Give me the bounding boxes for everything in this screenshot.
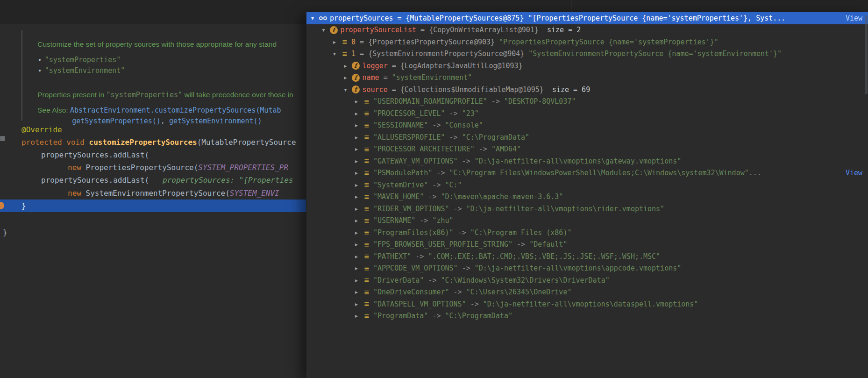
variable-row[interactable]: ▸≡"OneDriveConsumer" -> "C:\Users\26345\… [306, 286, 868, 299]
chevron-right-icon[interactable]: ▸ [353, 253, 360, 260]
variable-row[interactable]: ▾propertySources = {MutablePropertySourc… [306, 12, 868, 24]
variable-row[interactable]: ▸≡"USERDOMAIN_ROAMINGPROFILE" -> "DESKTO… [306, 96, 868, 108]
chevron-right-icon[interactable]: ▸ [353, 98, 360, 105]
array-element-icon: ≡ [341, 38, 349, 46]
chevron-right-icon[interactable]: ▸ [342, 63, 349, 69]
variable-text: "GATEWAY_VM_OPTIONS" -> "D:\ja-netfilter… [373, 157, 868, 165]
variable-text: "USERDOMAIN_ROAMINGPROFILE" -> "DESKTOP-… [373, 97, 868, 106]
variable-text: "PATHEXT" -> ".COM;.EXE;.BAT;.CMD;.VBS;.… [373, 252, 868, 261]
variable-row[interactable]: ▸≡"PSModulePath" -> "C:\Program Files\Wi… [306, 167, 868, 179]
array-element-icon: ≡ [363, 288, 370, 296]
javadoc-text: , [161, 117, 169, 125]
chevron-right-icon[interactable]: ▸ [353, 158, 360, 164]
variable-text: "DATASPELL_VM_OPTIONS" -> "D:\ja-netfilt… [373, 300, 868, 308]
variable-text: 1 = {SystemEnvironmentPropertySource@904… [351, 50, 868, 58]
variable-row[interactable]: ▸≡"ALLUSERSPROFILE" -> "C:\ProgramData" [306, 131, 868, 143]
variable-text: "SystemDrive" -> "C:" [373, 181, 868, 189]
chevron-right-icon[interactable]: ▸ [353, 229, 360, 236]
array-element-icon: ≡ [363, 217, 370, 225]
variable-text: "ProgramFiles(x86)" -> "C:\Program Files… [373, 228, 868, 237]
chevron-right-icon[interactable]: ▸ [353, 134, 360, 141]
chevron-right-icon[interactable]: ▸ [353, 313, 360, 319]
watches-icon [319, 16, 327, 20]
variable-text: 0 = {PropertiesPropertySource@903} "Prop… [351, 38, 868, 46]
variable-row[interactable]: ▸≡"PROCESSOR_ARCHITECTURE" -> "AMD64" [306, 143, 868, 156]
chevron-right-icon[interactable]: ▸ [353, 277, 360, 284]
chevron-right-icon[interactable]: ▸ [353, 241, 360, 248]
variable-row[interactable]: ▸≡"FPS_BROWSER_USER_PROFILE_STRING" -> "… [306, 239, 868, 251]
variable-row[interactable]: ▸≡"RIDER_VM_OPTIONS" -> "D:\ja-netfilter… [306, 203, 868, 215]
chevron-right-icon[interactable]: ▸ [331, 39, 338, 45]
javadoc-link[interactable]: getSystemEnvironment() [169, 117, 262, 125]
variable-text: propertySourceList = {CopyOnWriteArrayLi… [341, 26, 868, 34]
field-icon: f [330, 26, 338, 34]
chevron-down-icon[interactable]: ▾ [342, 86, 349, 93]
chevron-right-icon[interactable]: ▸ [353, 182, 360, 188]
variable-row[interactable]: ▾fpropertySourceList = {CopyOnWriteArray… [306, 24, 868, 36]
chevron-right-icon[interactable]: ▸ [353, 170, 360, 176]
variable-text: "PROCESSOR_ARCHITECTURE" -> "AMD64" [373, 145, 868, 153]
array-element-icon: ≡ [363, 300, 370, 308]
gutter-icon[interactable] [0, 136, 5, 141]
code-line: propertySources.addLast( [41, 150, 149, 159]
view-link[interactable]: View [846, 14, 862, 22]
array-element-icon: ≡ [363, 121, 370, 129]
code-line: propertySources.addLast( propertySources… [41, 176, 293, 185]
variable-row[interactable]: ▸≡"DATASPELL_VM_OPTIONS" -> "D:\ja-netfi… [306, 298, 868, 310]
variable-row[interactable]: ▾≡1 = {SystemEnvironmentPropertySource@9… [306, 48, 868, 60]
variable-text: source = {Collections$UnmodifiableMap@10… [363, 86, 868, 94]
javadoc-link[interactable]: getSystemProperties() [72, 117, 161, 125]
variable-row[interactable]: ▸≡"SESSIONNAME" -> "Console" [306, 120, 868, 132]
field-icon: f [352, 74, 360, 82]
chevron-right-icon[interactable]: ▸ [353, 265, 360, 271]
array-element-icon: ≡ [363, 312, 370, 320]
code-line: protected void customizePropertySources(… [21, 138, 296, 147]
array-element-icon: ≡ [363, 276, 370, 284]
view-link[interactable]: View [846, 169, 862, 177]
variable-text: "DriverData" -> "C:\Windows\System32\Dri… [373, 276, 868, 285]
popup-scrollbar[interactable] [865, 15, 868, 94]
variable-text: "RIDER_VM_OPTIONS" -> "D:\ja-netfilter-a… [373, 205, 868, 213]
chevron-right-icon[interactable]: ▸ [353, 122, 360, 128]
variable-row[interactable]: ▸≡"ProgramData" -> "C:\ProgramData" [306, 310, 868, 322]
chevron-right-icon[interactable]: ▸ [342, 74, 349, 81]
code-line: } [3, 228, 7, 237]
variable-row[interactable]: ▸≡"MAVEN_HOME" -> "D:\maven\apache-maven… [306, 191, 868, 203]
code-line: new PropertiesPropertySource(SYSTEM_PROP… [68, 163, 288, 172]
chevron-down-icon[interactable]: ▾ [331, 50, 338, 57]
variable-row[interactable]: ▸≡0 = {PropertiesPropertySource@903} "Pr… [306, 36, 868, 48]
variable-row[interactable]: ▸≡"SystemDrive" -> "C:" [306, 179, 868, 191]
array-element-icon: ≡ [363, 98, 370, 106]
debugger-popup: ▾propertySources = {MutablePropertySourc… [306, 12, 868, 378]
variable-row[interactable]: ▸≡"APPCODE_VM_OPTIONS" -> "D:\ja-netfilt… [306, 263, 868, 275]
variable-text: "SESSIONNAME" -> "Console" [373, 121, 868, 129]
array-element-icon: ≡ [341, 50, 349, 58]
variable-row[interactable]: ▾fsource = {Collections$UnmodifiableMap@… [306, 84, 868, 96]
variable-row[interactable]: ▸≡"ProgramFiles(x86)" -> "C:\Program Fil… [306, 227, 868, 239]
variable-row[interactable]: ▸≡"USERNAME" -> "zhu" [306, 215, 868, 227]
array-element-icon: ≡ [363, 109, 370, 117]
array-element-icon: ≡ [363, 157, 370, 165]
chevron-right-icon[interactable]: ▸ [353, 289, 360, 295]
variable-row[interactable]: ▸fname = "systemEnvironment" [306, 72, 868, 84]
variable-row[interactable]: ▸≡"PATHEXT" -> ".COM;.EXE;.BAT;.CMD;.VBS… [306, 250, 868, 263]
chevron-down-icon[interactable]: ▾ [309, 15, 316, 21]
chevron-right-icon[interactable]: ▸ [353, 193, 360, 200]
javadoc-see-also: getSystemProperties(), getSystemEnvironm… [64, 108, 262, 134]
chevron-down-icon[interactable]: ▾ [320, 27, 327, 33]
variable-text: "APPCODE_VM_OPTIONS" -> "D:\ja-netfilter… [373, 264, 868, 272]
variable-row[interactable]: ▸≡"PROCESSOR_LEVEL" -> "23" [306, 107, 868, 120]
variable-row[interactable]: ▸flogger = {LogAdapter$JavaUtilLog@1093} [306, 60, 868, 72]
execution-line-highlight [0, 200, 306, 212]
chevron-right-icon[interactable]: ▸ [353, 217, 360, 224]
variable-row[interactable]: ▸≡"DriverData" -> "C:\Windows\System32\D… [306, 274, 868, 286]
array-element-icon: ≡ [363, 241, 370, 249]
chevron-right-icon[interactable]: ▸ [353, 301, 360, 307]
chevron-right-icon[interactable]: ▸ [353, 146, 360, 152]
chevron-right-icon[interactable]: ▸ [353, 110, 360, 117]
variable-text: logger = {LogAdapter$JavaUtilLog@1093} [363, 62, 868, 70]
variable-row[interactable]: ▸≡"GATEWAY_VM_OPTIONS" -> "D:\ja-netfilt… [306, 155, 868, 167]
bullet-icon: • [38, 66, 41, 74]
chevron-right-icon[interactable]: ▸ [353, 206, 360, 212]
variable-text: "ALLUSERSPROFILE" -> "C:\ProgramData" [373, 133, 868, 142]
